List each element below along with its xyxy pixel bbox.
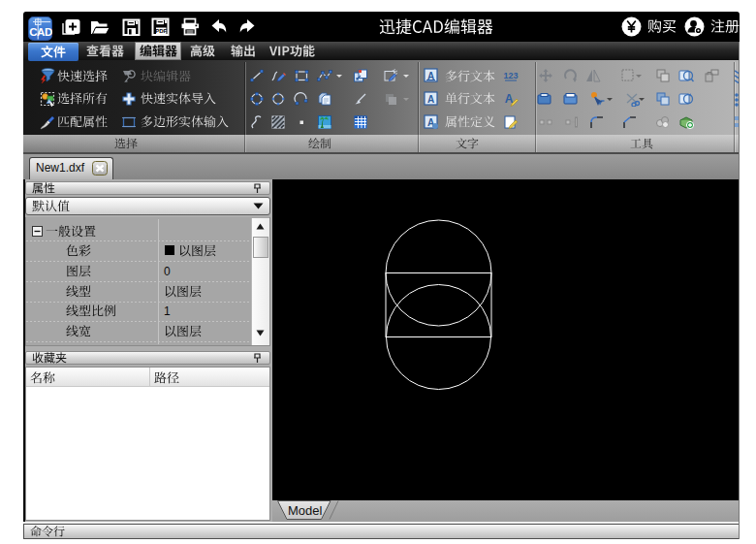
svg-text:PDF: PDF: [155, 28, 167, 34]
svg-text:A: A: [427, 93, 434, 104]
svg-text:123: 123: [503, 71, 518, 80]
svg-text:CAD: CAD: [29, 26, 52, 38]
svg-text:A: A: [427, 71, 434, 81]
